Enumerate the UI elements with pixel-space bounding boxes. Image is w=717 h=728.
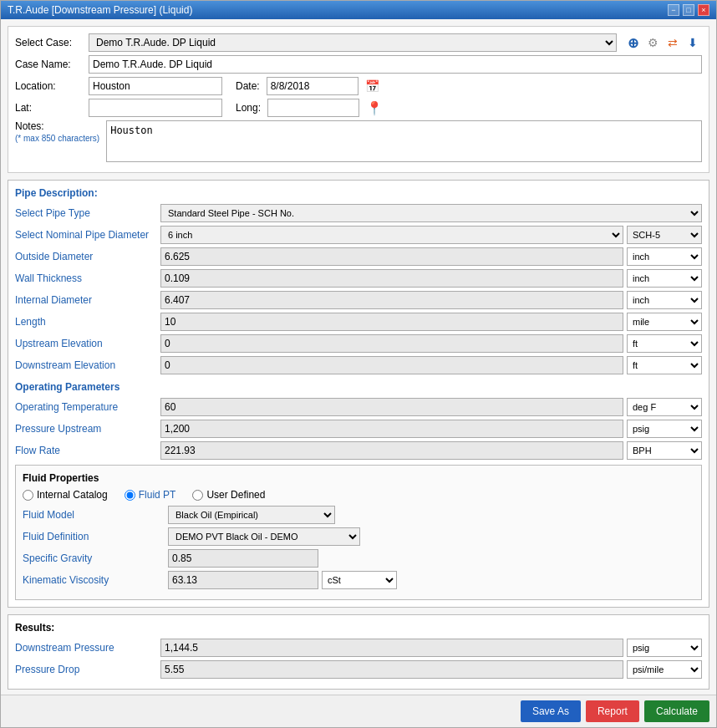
case-select[interactable]: Demo T.R.Aude. DP Liquid — [89, 33, 617, 52]
downstream-pressure-row: Downstream Pressure psig psia kPa — [15, 639, 702, 657]
pipe-description-title: Pipe Description: — [15, 187, 702, 199]
flow-rate-unit[interactable]: BPH GPM m3/hr — [627, 441, 702, 460]
downstream-elevation-input[interactable] — [160, 356, 623, 374]
flow-rate-row: Flow Rate BPH GPM m3/hr — [15, 441, 702, 460]
wall-thickness-input[interactable] — [160, 269, 623, 288]
pressure-upstream-label: Pressure Upstream — [15, 423, 157, 435]
temperature-label: Operating Temperature — [15, 401, 157, 413]
length-label: Length — [15, 316, 157, 328]
wall-thickness-unit[interactable]: inch — [627, 269, 702, 288]
upstream-elevation-input[interactable] — [160, 334, 623, 353]
fluid-definition-select[interactable]: DEMO PVT Black Oil - DEMO — [168, 527, 360, 546]
specific-gravity-input[interactable] — [168, 549, 318, 568]
temperature-unit[interactable]: deg F deg C — [627, 398, 702, 416]
notes-label: Notes: — [15, 120, 99, 132]
download-icon-btn[interactable]: ⬇ — [684, 33, 702, 52]
length-input[interactable] — [160, 313, 623, 331]
internal-diameter-unit[interactable]: inch — [627, 291, 702, 309]
lat-label: Lat: — [15, 102, 82, 114]
downstream-pressure-label: Downstream Pressure — [15, 642, 157, 654]
share-icon-btn[interactable]: ⇄ — [664, 33, 682, 52]
download-icon: ⬇ — [688, 36, 698, 49]
date-input[interactable] — [267, 77, 358, 95]
pressure-drop-input — [160, 660, 623, 679]
location-input[interactable] — [89, 77, 222, 95]
temperature-input[interactable] — [160, 398, 623, 416]
radio-internal-input[interactable] — [23, 490, 33, 501]
nominal-diameter-select[interactable]: 6 inch — [160, 226, 623, 244]
share-icon: ⇄ — [668, 36, 678, 49]
sch-select[interactable]: SCH-5 — [627, 226, 702, 244]
fluid-model-row: Fluid Model Black Oil (Empirical) — [23, 506, 694, 524]
main-window: T.R.Aude [Downstream Pressure] (Liquid) … — [0, 0, 717, 728]
radio-internal-label: Internal Catalog — [37, 489, 108, 501]
fluid-properties-title: Fluid Properties — [23, 472, 694, 484]
downstream-pressure-unit[interactable]: psig psia kPa — [627, 639, 702, 657]
flow-rate-label: Flow Rate — [15, 445, 157, 456]
long-input[interactable] — [267, 99, 359, 117]
close-button[interactable]: × — [698, 4, 709, 16]
fluid-properties-section: Fluid Properties Internal Catalog Fluid … — [15, 465, 702, 600]
downstream-pressure-input — [160, 639, 623, 657]
kinematic-viscosity-row: Kinematic Viscosity cSt cP — [23, 571, 694, 589]
lat-long-row: Lat: Long: 📍 — [15, 99, 702, 117]
select-case-label: Select Case: — [15, 37, 82, 48]
add-icon[interactable]: ⊕ — [623, 33, 642, 52]
length-unit[interactable]: mile km ft m — [627, 313, 702, 331]
header-section: Select Case: Demo T.R.Aude. DP Liquid ⊕ … — [8, 26, 709, 173]
fluid-model-select[interactable]: Black Oil (Empirical) — [168, 506, 335, 524]
downstream-elevation-row: Downstream Elevation ft m — [15, 356, 702, 374]
report-button[interactable]: Report — [586, 700, 639, 722]
plus-icon: ⊕ — [628, 35, 638, 51]
case-name-label: Case Name: — [15, 59, 82, 70]
kinematic-viscosity-label: Kinematic Viscosity — [23, 574, 165, 586]
pipe-type-select[interactable]: Standard Steel Pipe - SCH No. — [160, 204, 702, 222]
bottom-toolbar: Save As Report Calculate — [1, 695, 716, 727]
lat-input[interactable] — [89, 99, 222, 117]
long-label: Long: — [236, 102, 261, 114]
radio-user-defined-input[interactable] — [192, 490, 203, 501]
pressure-drop-unit[interactable]: psi/mile kPa/km bar/km — [627, 660, 702, 679]
maximize-button[interactable]: □ — [683, 4, 694, 16]
minimize-button[interactable]: − — [668, 4, 679, 16]
radio-internal-catalog[interactable]: Internal Catalog — [23, 489, 108, 501]
pipe-description-section: Pipe Description: Select Pipe Type Stand… — [8, 180, 709, 608]
outside-diameter-unit[interactable]: inch — [627, 247, 702, 266]
flow-rate-input[interactable] — [160, 441, 623, 460]
radio-user-defined[interactable]: User Defined — [192, 489, 265, 501]
outside-diameter-input[interactable] — [160, 247, 623, 266]
notes-textarea[interactable]: Houston — [106, 120, 702, 162]
notes-hint: (* max 850 characters) — [15, 134, 99, 143]
window-controls: − □ × — [668, 4, 709, 16]
nominal-diameter-row: Select Nominal Pipe Diameter 6 inch SCH-… — [15, 226, 702, 244]
downstream-elevation-label: Downstream Elevation — [15, 359, 157, 371]
pressure-drop-label: Pressure Drop — [15, 664, 157, 675]
radio-fluid-pt-input[interactable] — [125, 490, 135, 501]
select-case-row: Select Case: Demo T.R.Aude. DP Liquid ⊕ … — [15, 33, 702, 52]
case-name-input[interactable] — [89, 55, 702, 74]
settings-icon-btn[interactable]: ⚙ — [643, 33, 662, 52]
kinematic-viscosity-unit[interactable]: cSt cP — [322, 571, 397, 589]
temperature-row: Operating Temperature deg F deg C — [15, 398, 702, 416]
kinematic-viscosity-input[interactable] — [168, 571, 318, 589]
radio-fluid-pt[interactable]: Fluid PT — [125, 489, 176, 501]
internal-diameter-input[interactable] — [160, 291, 623, 309]
upstream-elevation-label: Upstream Elevation — [15, 338, 157, 349]
save-as-button[interactable]: Save As — [521, 700, 581, 722]
fluid-definition-label: Fluid Definition — [23, 531, 165, 542]
upstream-elevation-unit[interactable]: ft m — [627, 334, 702, 353]
notes-row: Notes: (* max 850 characters) Houston — [15, 120, 702, 162]
pressure-upstream-input[interactable] — [160, 420, 623, 438]
results-section: Results: Downstream Pressure psig psia k… — [8, 614, 709, 690]
map-pin-icon[interactable]: 📍 — [366, 100, 383, 116]
calculate-button[interactable]: Calculate — [644, 700, 709, 722]
specific-gravity-row: Specific Gravity — [23, 549, 694, 568]
downstream-elevation-unit[interactable]: ft m — [627, 356, 702, 374]
results-title: Results: — [15, 622, 702, 634]
fluid-model-label: Fluid Model — [23, 509, 165, 521]
wall-thickness-label: Wall Thickness — [15, 272, 157, 284]
nominal-diameter-label: Select Nominal Pipe Diameter — [15, 229, 157, 241]
pipe-type-row: Select Pipe Type Standard Steel Pipe - S… — [15, 204, 702, 222]
calendar-icon[interactable]: 📅 — [365, 79, 379, 93]
pressure-upstream-unit[interactable]: psig psia kPa bar — [627, 420, 702, 438]
